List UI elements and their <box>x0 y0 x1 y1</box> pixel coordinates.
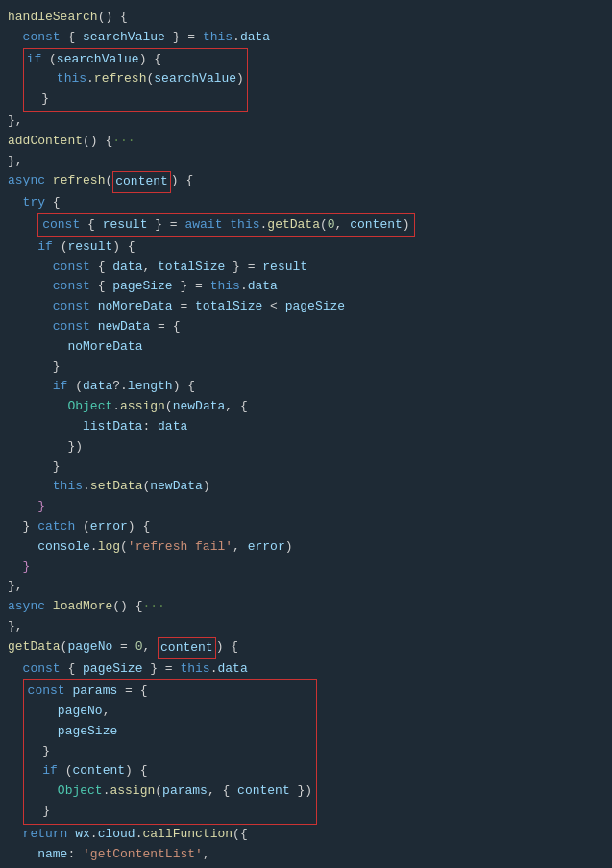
code-token <box>8 377 53 397</box>
code-line: const params = { pageNo, pageSize } if (… <box>0 679 612 825</box>
code-line: const newData = { <box>0 317 612 337</box>
code-token: }, <box>8 577 23 597</box>
code-token: data <box>248 277 278 297</box>
code-token: ( <box>61 637 68 657</box>
code-line: const noMoreData = totalSize < pageSize <box>0 297 612 317</box>
code-token: name <box>37 845 67 865</box>
code-line: console.log('refresh fail', error) <box>0 537 612 558</box>
code-token: const <box>23 659 61 680</box>
code-token: } <box>53 458 61 478</box>
code-line: const { pageSize } = this.data <box>0 277 612 297</box>
code-token <box>8 48 23 68</box>
code-token <box>8 437 67 458</box>
code-token: . <box>90 537 98 558</box>
code-token: , { <box>225 397 247 417</box>
code-token: const <box>53 297 90 317</box>
code-token: this <box>180 659 209 680</box>
code-token: error <box>90 517 128 537</box>
code-token: 0 <box>135 637 143 657</box>
code-token: { <box>61 28 83 48</box>
code-token: } = <box>225 258 262 278</box>
code-token <box>8 193 23 213</box>
code-token <box>8 497 37 517</box>
code-token: data <box>83 377 112 397</box>
code-token: const <box>53 258 90 278</box>
code-token: loadMore <box>53 597 112 617</box>
code-token: newData <box>173 397 226 417</box>
code-token: this <box>53 477 83 497</box>
code-token: } <box>53 358 61 378</box>
code-token: }, <box>8 112 23 132</box>
code-token: }, <box>8 617 23 637</box>
code-token <box>8 358 53 378</box>
highlight-block-1: if (searchValue) { this.refresh(searchVa… <box>23 48 248 112</box>
code-token: this <box>210 277 240 297</box>
code-token: assign <box>120 397 165 417</box>
code-token <box>8 28 23 48</box>
code-token: Object <box>67 397 112 417</box>
code-line: }) <box>0 437 612 458</box>
code-token: { <box>45 193 61 213</box>
code-token <box>8 397 67 417</box>
code-token: ) { <box>216 637 238 657</box>
code-token: newData <box>98 317 151 337</box>
code-token: try <box>23 193 45 213</box>
code-token: async <box>8 171 45 191</box>
code-token: } <box>23 517 38 537</box>
code-line: listData: data <box>0 417 612 437</box>
code-token: ?. <box>112 377 128 397</box>
code-token: . <box>233 28 240 48</box>
code-token: return <box>23 825 68 845</box>
highlight-param-content2: content <box>158 637 216 659</box>
code-token: wx <box>75 825 90 845</box>
code-token <box>8 477 53 497</box>
code-token: ) { <box>173 377 195 397</box>
code-token: ··· <box>142 597 164 617</box>
code-token: . <box>83 477 90 497</box>
code-line: if (searchValue) { this.refresh(searchVa… <box>0 48 612 112</box>
code-line: }, <box>0 577 612 597</box>
code-token <box>8 864 37 868</box>
code-token: totalSize <box>195 297 262 317</box>
code-token: { <box>61 659 83 680</box>
code-token: () { <box>98 8 128 28</box>
code-line: addContent() {··· <box>0 132 612 152</box>
code-token: getData <box>8 637 61 657</box>
code-token: data <box>158 417 187 437</box>
code-token: ··· <box>112 132 135 152</box>
code-token: ( <box>67 377 83 397</box>
code-token: data <box>240 28 270 48</box>
code-token <box>8 458 53 478</box>
code-token: listData <box>83 417 142 437</box>
code-token <box>8 537 37 558</box>
code-token: }, <box>8 152 23 172</box>
code-token: pageSize <box>83 659 142 680</box>
code-line: name: 'getContentList', <box>0 845 612 865</box>
code-token: . <box>135 825 143 845</box>
code-token: const <box>53 277 90 297</box>
code-token: : <box>142 417 158 437</box>
code-token: = { <box>150 317 180 337</box>
code-token <box>8 213 37 234</box>
code-token: error <box>248 537 285 558</box>
code-line: if (result) { <box>0 237 612 258</box>
code-token: ) { <box>128 517 150 537</box>
code-token: handleSearch <box>8 8 98 28</box>
code-line: async refresh(content) { <box>0 171 612 193</box>
code-token: = <box>112 637 135 657</box>
code-token: ( <box>75 517 90 537</box>
code-token <box>8 679 23 699</box>
code-line: } <box>0 458 612 478</box>
code-token: () { <box>112 597 142 617</box>
highlight-param-content: content <box>112 171 171 193</box>
code-token: newData <box>150 477 203 497</box>
code-token: < <box>262 297 284 317</box>
code-token: setData <box>90 477 143 497</box>
code-token: : <box>67 864 83 868</box>
code-token: pageNo <box>67 637 112 657</box>
code-token: ) { <box>112 237 135 258</box>
code-token: noMoreData <box>98 297 173 317</box>
code-token: = <box>173 297 195 317</box>
code-line: } <box>0 497 612 517</box>
code-line: } <box>0 358 612 378</box>
